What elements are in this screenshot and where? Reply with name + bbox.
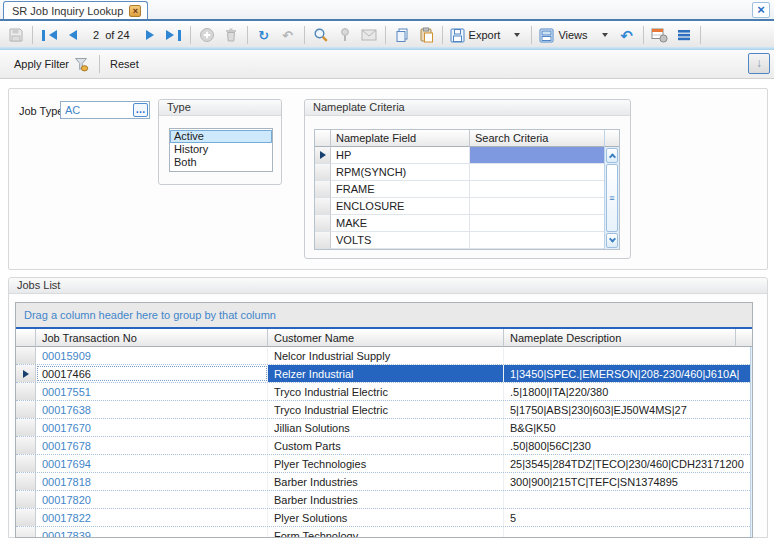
scroll-down-button[interactable] [606, 233, 618, 248]
job-transaction-no-header[interactable]: Job Transaction No [36, 329, 268, 347]
nameplate-field-cell[interactable]: HP [331, 147, 470, 164]
customize-grid-button[interactable] [648, 25, 672, 45]
job-transaction-no-cell[interactable]: 00017694 [36, 455, 268, 472]
row-selector[interactable] [16, 455, 36, 472]
jobs-table-row[interactable]: 00017466Relzer Industrial1|3450|SPEC.|EM… [16, 365, 750, 383]
row-selector[interactable] [16, 527, 36, 538]
views-dropdown-button[interactable] [591, 25, 615, 45]
job-transaction-no-cell[interactable]: 00017822 [36, 509, 268, 526]
search-criteria-cell[interactable] [470, 147, 604, 164]
apply-filter-button[interactable]: Apply Filter [8, 53, 95, 75]
scroll-up-button[interactable] [606, 148, 618, 163]
scrollbar-track[interactable] [751, 474, 753, 520]
previous-record-button[interactable] [61, 25, 85, 45]
reset-layout-button[interactable]: ↶ [615, 25, 639, 45]
next-record-button[interactable] [138, 25, 162, 45]
row-selector[interactable] [16, 347, 36, 364]
refresh-button[interactable]: ↻ [252, 25, 276, 45]
customer-name-cell[interactable]: Jillian Solutions [268, 419, 504, 436]
customer-name-cell[interactable]: Form Technology [268, 527, 504, 538]
job-transaction-no-cell[interactable]: 00015909 [36, 347, 268, 364]
nameplate-description-cell[interactable] [504, 347, 750, 364]
job-transaction-no-cell[interactable]: 00017638 [36, 401, 268, 418]
mail-button[interactable] [357, 25, 381, 45]
search-criteria-cell[interactable] [470, 198, 604, 215]
nameplate-scrollbar[interactable]: ≡ [604, 130, 619, 249]
undo-button[interactable]: ↶ [276, 25, 300, 45]
nameplate-description-cell[interactable]: 1|3450|SPEC.|EMERSON|208-230/460|J610A| [504, 365, 750, 382]
job-transaction-no-cell[interactable]: 00017466 [36, 365, 268, 382]
scroll-down-button[interactable] [752, 521, 753, 536]
customer-name-cell[interactable]: Nelcor Industrial Supply [268, 347, 504, 364]
jobs-table-row[interactable]: 00017551Tryco Industrial Electric.5|1800… [16, 383, 750, 401]
customer-name-cell[interactable]: Barber Industries [268, 473, 504, 490]
job-transaction-no-cell[interactable]: 00017670 [36, 419, 268, 436]
job-transaction-no-cell[interactable]: 00017818 [36, 473, 268, 490]
jobs-table-row[interactable]: 00015909Nelcor Industrial Supply [16, 347, 750, 365]
jobs-table-row[interactable]: 00017678Custom Parts.50|800|56C|230 [16, 437, 750, 455]
delete-record-button[interactable] [219, 25, 243, 45]
export-button[interactable]: Export [447, 25, 504, 45]
last-record-button[interactable] [162, 25, 186, 45]
row-selector[interactable] [16, 383, 36, 400]
scroll-up-button[interactable] [752, 348, 753, 363]
search-criteria-cell[interactable] [470, 181, 604, 198]
job-transaction-no-cell[interactable]: 00017678 [36, 437, 268, 454]
row-selector[interactable] [315, 215, 331, 232]
search-criteria-cell[interactable] [470, 164, 604, 181]
add-record-button[interactable] [195, 25, 219, 45]
reset-filter-button[interactable]: Reset [104, 53, 145, 75]
row-selector[interactable] [16, 401, 36, 418]
search-criteria-cell[interactable] [470, 232, 604, 249]
nameplate-description-cell[interactable]: 300|900|215TC|TEFC|SN1374895 [504, 473, 750, 490]
first-record-button[interactable] [37, 25, 61, 45]
nameplate-description-cell[interactable] [504, 491, 750, 508]
job-transaction-no-cell[interactable]: 00017551 [36, 383, 268, 400]
nameplate-description-header[interactable]: Nameplate Description [504, 329, 736, 347]
customer-name-cell[interactable]: Tryco Industrial Electric [268, 401, 504, 418]
current-row-indicator[interactable] [16, 365, 36, 382]
window-close-icon[interactable]: × [752, 2, 770, 18]
group-by-panel[interactable]: Drag a column header here to group by th… [16, 303, 752, 329]
jobs-table-row[interactable]: 00017820Barber Industries [16, 491, 750, 509]
search-criteria-header[interactable]: Search Criteria [470, 130, 604, 147]
nameplate-description-cell[interactable]: .5|1800|ITA|220/380 [504, 383, 750, 400]
jobs-table-row[interactable]: 00017694Plyer Technologies25|3545|284TDZ… [16, 455, 750, 473]
type-option-both[interactable]: Both [170, 156, 272, 169]
jobs-scrollbar[interactable]: ≡ [750, 347, 753, 537]
row-selector[interactable] [315, 164, 331, 181]
export-dropdown-button[interactable] [503, 25, 527, 45]
nameplate-description-cell[interactable]: 5|1750|ABS|230|603|EJ50W4MS|27 [504, 401, 750, 418]
scrollbar-thumb[interactable]: ≡ [606, 164, 618, 232]
row-selector[interactable] [315, 181, 331, 198]
nameplate-description-cell[interactable]: 5 [504, 509, 750, 526]
nameplate-description-cell[interactable]: 25|3545|284TDZ|TECO|230/460|CDH23171200 [504, 455, 750, 472]
customer-name-cell[interactable]: Plyer Technologies [268, 455, 504, 472]
row-selector[interactable] [16, 437, 36, 454]
row-selector[interactable] [16, 419, 36, 436]
customer-name-cell[interactable]: Tryco Industrial Electric [268, 383, 504, 400]
jobs-table-row[interactable]: 00017822Plyer Solutions5 [16, 509, 750, 527]
jobs-table-row[interactable]: 00017638Tryco Industrial Electric5|1750|… [16, 401, 750, 419]
zoom-search-button[interactable] [309, 25, 333, 45]
type-option-active[interactable]: Active [170, 130, 272, 143]
nameplate-description-cell[interactable]: B&G|K50 [504, 419, 750, 436]
row-selector[interactable] [16, 509, 36, 526]
row-selector[interactable] [16, 491, 36, 508]
customer-name-cell[interactable]: Plyer Solutions [268, 509, 504, 526]
customer-name-cell[interactable]: Barber Industries [268, 491, 504, 508]
customer-name-header[interactable]: Customer Name [268, 329, 504, 347]
save-button[interactable] [4, 25, 28, 45]
copy-button[interactable] [390, 25, 414, 45]
customer-name-cell[interactable]: Custom Parts [268, 437, 504, 454]
tab-sr-job-inquiry-lookup[interactable]: SR Job Inquiry Lookup × [3, 1, 148, 19]
nameplate-field-cell[interactable]: ENCLOSURE [331, 198, 470, 215]
nameplate-field-header[interactable]: Nameplate Field [331, 130, 470, 147]
jobs-table-row[interactable]: 00017670Jillian SolutionsB&G|K50 [16, 419, 750, 437]
job-type-input[interactable]: AC … [60, 101, 150, 119]
customer-name-cell[interactable]: Relzer Industrial [268, 365, 504, 382]
job-transaction-no-cell[interactable]: 00017820 [36, 491, 268, 508]
row-selector[interactable] [16, 473, 36, 490]
nameplate-field-cell[interactable]: MAKE [331, 215, 470, 232]
paste-button[interactable] [414, 25, 438, 45]
